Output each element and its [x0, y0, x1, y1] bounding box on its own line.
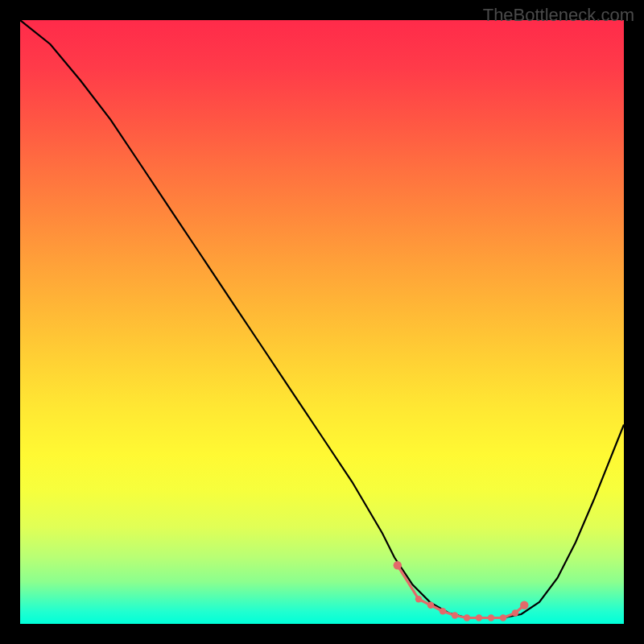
- gradient-background: [20, 20, 624, 624]
- watermark-text: TheBottleneck.com: [483, 5, 634, 26]
- chart-container: TheBottleneck.com: [0, 0, 644, 644]
- plot-area: [20, 20, 624, 624]
